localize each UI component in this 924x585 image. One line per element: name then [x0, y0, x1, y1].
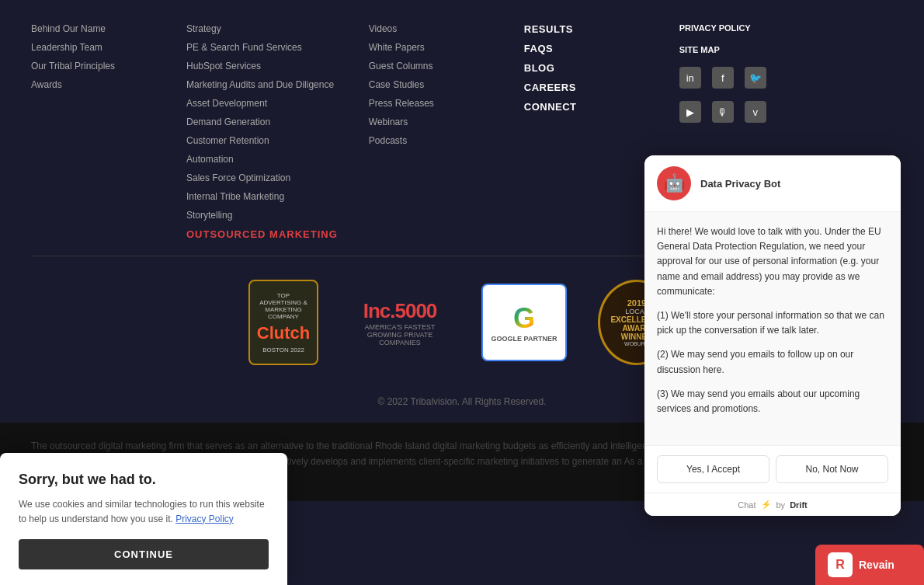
google-g-letter: G: [513, 302, 535, 335]
footer-link-marketing-audits[interactable]: Marketing Audits and Due Diligence: [186, 79, 338, 90]
footer-col-main: RESULTS FAQS BLOG CAREERS CONNECT: [524, 23, 648, 240]
footer-link-tribal-principles[interactable]: Our Tribal Principles: [31, 61, 155, 71]
social-row-1: in f 🐦: [679, 67, 788, 89]
drift-msg-2: (1) We'll store your personal informatio…: [657, 308, 888, 338]
clutch-top-text: TOP ADVERTISING & MARKETING COMPANY: [256, 292, 311, 320]
drift-footer-chat: Chat: [738, 500, 756, 510]
vimeo-icon[interactable]: v: [745, 101, 766, 123]
footer-link-sitemap[interactable]: SITE MAP: [679, 45, 788, 54]
footer-link-case-studies[interactable]: Case Studies: [369, 79, 493, 90]
footer-link-automation[interactable]: Automation: [186, 154, 338, 165]
cookie-privacy-link[interactable]: Privacy Policy: [175, 514, 234, 524]
facebook-icon[interactable]: f: [712, 67, 734, 89]
revain-label: Revain: [859, 559, 894, 571]
podcast-icon[interactable]: 🎙: [712, 101, 734, 123]
footer-link-leadership-team[interactable]: Leadership Team: [31, 42, 155, 53]
footer-link-faqs[interactable]: FAQS: [524, 43, 648, 54]
social-row-2: ▶ 🎙 v: [679, 101, 788, 123]
drift-messages: Hi there! We would love to talk with you…: [644, 212, 901, 445]
cookie-body: We use cookies and similar technologies …: [19, 497, 269, 527]
footer-link-webinars[interactable]: Webinars: [369, 117, 493, 127]
drift-decline-button[interactable]: No, Not Now: [776, 455, 888, 483]
footer-link-white-papers[interactable]: White Papers: [369, 42, 493, 53]
drift-header: 🤖 Data Privacy Bot: [644, 155, 901, 212]
footer-link-awards[interactable]: Awards: [31, 79, 155, 90]
drift-avatar: 🤖: [657, 166, 691, 200]
drift-footer: Chat ⚡ by Drift: [644, 493, 901, 516]
drift-accept-button[interactable]: Yes, I Accept: [657, 455, 769, 483]
youtube-icon[interactable]: ▶: [679, 101, 701, 123]
drift-msg-4: (3) We may send you emails about our upc…: [657, 387, 888, 416]
footer-link-blog[interactable]: BLOG: [524, 62, 648, 74]
clutch-name: Clutch: [257, 323, 310, 343]
footer-link-connect[interactable]: CONNECT: [524, 101, 648, 113]
drift-msg-3: (2) We may send you emails to follow up …: [657, 347, 888, 377]
footer-link-privacy[interactable]: PRIVACY POLICY: [679, 23, 788, 33]
excellence-year: 2019: [627, 298, 646, 308]
drift-actions: Yes, I Accept No, Not Now: [644, 445, 901, 493]
drift-msg-1: Hi there! We would love to talk with you…: [657, 225, 888, 299]
inc5000-badge: Inc.5000 AMERICA'S FASTEST GROWING PRIVA…: [349, 295, 450, 350]
footer-link-guest-columns[interactable]: Guest Columns: [369, 61, 493, 71]
footer-link-podcasts[interactable]: Podcasts: [369, 135, 493, 146]
clutch-bottom-text: BOSTON 2022: [262, 346, 304, 353]
footer-link-storytelling[interactable]: Storytelling: [186, 210, 338, 221]
footer-link-strategy[interactable]: Strategy: [186, 23, 338, 34]
footer-col-resources: Videos White Papers Guest Columns Case S…: [369, 23, 493, 240]
footer-link-behind-our-name[interactable]: Behind Our Name: [31, 23, 155, 34]
drift-brand: Drift: [790, 500, 808, 510]
twitter-icon[interactable]: 🐦: [745, 67, 766, 89]
footer-col-about: Behind Our Name Leadership Team Our Trib…: [31, 23, 155, 240]
drift-footer-by: by: [776, 500, 786, 510]
revain-widget[interactable]: R Revain: [815, 545, 924, 585]
cookie-title: Sorry, but we had to.: [19, 472, 269, 488]
footer-link-results[interactable]: RESULTS: [524, 23, 648, 35]
footer-link-press-releases[interactable]: Press Releases: [369, 98, 493, 109]
footer-link-internal-tribe[interactable]: Internal Tribe Marketing: [186, 191, 338, 202]
footer-link-asset-dev[interactable]: Asset Development: [186, 98, 338, 109]
google-text: GOOGLE PARTNER: [492, 335, 558, 343]
cookie-dialog: Sorry, but we had to. We use cookies and…: [0, 453, 287, 585]
inc-name: Inc.5000: [363, 299, 437, 323]
footer-link-hubspot[interactable]: HubSpot Services: [186, 61, 338, 71]
revain-icon: R: [828, 552, 853, 577]
footer-link-sales-force[interactable]: Sales Force Optimization: [186, 172, 338, 183]
clutch-badge: TOP ADVERTISING & MARKETING COMPANY Clut…: [248, 280, 318, 365]
linkedin-icon[interactable]: in: [679, 67, 701, 89]
footer-link-videos[interactable]: Videos: [369, 23, 493, 34]
drift-bot-name: Data Privacy Bot: [700, 178, 780, 190]
inc-sub: AMERICA'S FASTEST GROWING PRIVATE COMPAN…: [349, 323, 450, 346]
footer-link-customer-retention[interactable]: Customer Retention: [186, 135, 338, 146]
footer-outsourced-marketing[interactable]: OUTSOURCED MARKETING: [186, 228, 338, 240]
footer-col-services: Strategy PE & Search Fund Services HubSp…: [186, 23, 338, 240]
footer-link-demand-gen[interactable]: Demand Generation: [186, 117, 338, 127]
footer-link-careers[interactable]: CAREERS: [524, 82, 648, 93]
cookie-continue-button[interactable]: CONTINUE: [19, 539, 269, 569]
drift-lightning-icon: ⚡: [761, 500, 772, 510]
drift-chat-widget: 🤖 Data Privacy Bot Hi there! We would lo…: [644, 155, 901, 516]
google-partner-badge: G GOOGLE PARTNER: [481, 284, 567, 361]
footer-link-pe-search[interactable]: PE & Search Fund Services: [186, 42, 338, 53]
